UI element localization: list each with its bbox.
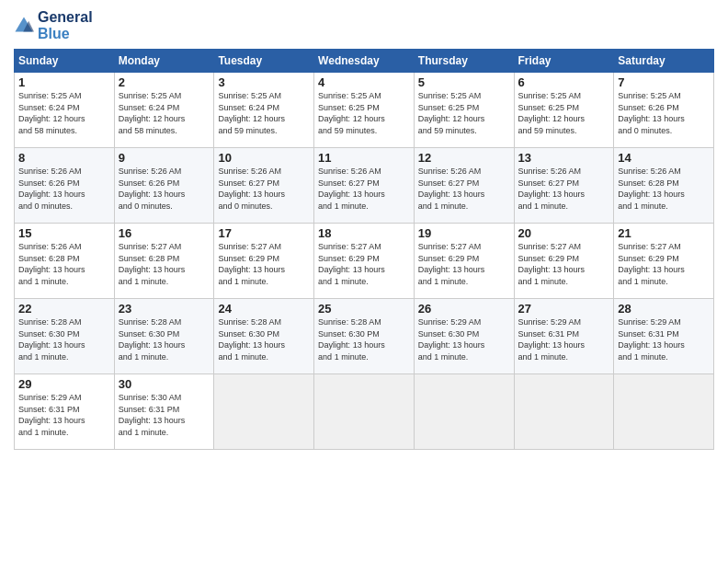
header-row: SundayMondayTuesdayWednesdayThursdayFrid… — [15, 50, 714, 73]
cell-info: Sunrise: 5:29 AM Sunset: 6:31 PM Dayligh… — [618, 316, 710, 362]
day-number: 21 — [618, 226, 710, 240]
logo-text: General Blue — [38, 9, 93, 41]
cell-info: Sunrise: 5:26 AM Sunset: 6:28 PM Dayligh… — [618, 166, 710, 212]
day-number: 6 — [518, 75, 610, 89]
day-number: 30 — [119, 377, 210, 391]
day-header: Tuesday — [214, 50, 314, 73]
day-number: 3 — [218, 75, 310, 89]
calendar-cell: 16Sunrise: 5:27 AM Sunset: 6:28 PM Dayli… — [114, 224, 214, 299]
day-header: Friday — [514, 50, 614, 73]
calendar-cell: 19Sunrise: 5:27 AM Sunset: 6:29 PM Dayli… — [414, 224, 514, 299]
cell-info: Sunrise: 5:25 AM Sunset: 6:25 PM Dayligh… — [318, 90, 410, 136]
calendar-cell: 9Sunrise: 5:26 AM Sunset: 6:26 PM Daylig… — [114, 148, 214, 224]
day-number: 12 — [418, 151, 510, 165]
cell-info: Sunrise: 5:29 AM Sunset: 6:30 PM Dayligh… — [418, 316, 510, 362]
day-header: Saturday — [614, 50, 714, 73]
cell-info: Sunrise: 5:27 AM Sunset: 6:29 PM Dayligh… — [318, 241, 410, 287]
day-number: 23 — [119, 302, 210, 316]
day-header: Thursday — [414, 50, 514, 73]
cell-info: Sunrise: 5:26 AM Sunset: 6:28 PM Dayligh… — [18, 241, 110, 287]
day-number: 17 — [218, 226, 310, 240]
day-number: 1 — [18, 75, 110, 89]
cell-info: Sunrise: 5:29 AM Sunset: 6:31 PM Dayligh… — [18, 392, 110, 438]
logo-icon — [14, 16, 34, 36]
day-header: Sunday — [15, 50, 115, 73]
calendar-cell: 25Sunrise: 5:28 AM Sunset: 6:30 PM Dayli… — [314, 299, 415, 374]
calendar-table: SundayMondayTuesdayWednesdayThursdayFrid… — [14, 49, 714, 450]
day-number: 11 — [318, 151, 410, 165]
day-number: 25 — [318, 302, 410, 316]
day-number: 5 — [418, 75, 510, 89]
cell-info: Sunrise: 5:25 AM Sunset: 6:24 PM Dayligh… — [18, 90, 110, 136]
calendar-cell: 6Sunrise: 5:25 AM Sunset: 6:25 PM Daylig… — [514, 73, 614, 148]
calendar-cell: 7Sunrise: 5:25 AM Sunset: 6:26 PM Daylig… — [614, 73, 714, 148]
cell-info: Sunrise: 5:28 AM Sunset: 6:30 PM Dayligh… — [18, 316, 110, 362]
cell-info: Sunrise: 5:25 AM Sunset: 6:25 PM Dayligh… — [418, 90, 510, 136]
calendar-cell — [414, 374, 514, 450]
calendar-cell: 12Sunrise: 5:26 AM Sunset: 6:27 PM Dayli… — [414, 148, 514, 224]
cell-info: Sunrise: 5:27 AM Sunset: 6:29 PM Dayligh… — [618, 241, 710, 287]
calendar-cell: 24Sunrise: 5:28 AM Sunset: 6:30 PM Dayli… — [214, 299, 314, 374]
calendar-cell: 28Sunrise: 5:29 AM Sunset: 6:31 PM Dayli… — [614, 299, 714, 374]
calendar-cell — [514, 374, 614, 450]
cell-info: Sunrise: 5:26 AM Sunset: 6:27 PM Dayligh… — [518, 166, 610, 212]
day-number: 20 — [518, 226, 610, 240]
calendar-cell: 10Sunrise: 5:26 AM Sunset: 6:27 PM Dayli… — [214, 148, 314, 224]
cell-info: Sunrise: 5:25 AM Sunset: 6:26 PM Dayligh… — [618, 90, 710, 136]
calendar-week-row: 15Sunrise: 5:26 AM Sunset: 6:28 PM Dayli… — [15, 224, 714, 299]
calendar-cell: 27Sunrise: 5:29 AM Sunset: 6:31 PM Dayli… — [514, 299, 614, 374]
day-number: 18 — [318, 226, 410, 240]
calendar-cell: 21Sunrise: 5:27 AM Sunset: 6:29 PM Dayli… — [614, 224, 714, 299]
calendar-cell: 26Sunrise: 5:29 AM Sunset: 6:30 PM Dayli… — [414, 299, 514, 374]
cell-info: Sunrise: 5:26 AM Sunset: 6:26 PM Dayligh… — [119, 166, 210, 212]
day-header: Wednesday — [314, 50, 415, 73]
calendar-cell — [614, 374, 714, 450]
cell-info: Sunrise: 5:28 AM Sunset: 6:30 PM Dayligh… — [318, 316, 410, 362]
calendar-cell: 15Sunrise: 5:26 AM Sunset: 6:28 PM Dayli… — [15, 224, 115, 299]
cell-info: Sunrise: 5:25 AM Sunset: 6:24 PM Dayligh… — [218, 90, 310, 136]
cell-info: Sunrise: 5:27 AM Sunset: 6:29 PM Dayligh… — [518, 241, 610, 287]
calendar-cell: 5Sunrise: 5:25 AM Sunset: 6:25 PM Daylig… — [414, 73, 514, 148]
cell-info: Sunrise: 5:27 AM Sunset: 6:29 PM Dayligh… — [218, 241, 310, 287]
day-number: 15 — [18, 226, 110, 240]
calendar-week-row: 29Sunrise: 5:29 AM Sunset: 6:31 PM Dayli… — [15, 374, 714, 450]
day-number: 16 — [119, 226, 210, 240]
cell-info: Sunrise: 5:28 AM Sunset: 6:30 PM Dayligh… — [119, 316, 210, 362]
calendar-week-row: 8Sunrise: 5:26 AM Sunset: 6:26 PM Daylig… — [15, 148, 714, 224]
cell-info: Sunrise: 5:26 AM Sunset: 6:27 PM Dayligh… — [418, 166, 510, 212]
calendar-cell: 3Sunrise: 5:25 AM Sunset: 6:24 PM Daylig… — [214, 73, 314, 148]
cell-info: Sunrise: 5:27 AM Sunset: 6:28 PM Dayligh… — [119, 241, 210, 287]
cell-info: Sunrise: 5:26 AM Sunset: 6:26 PM Dayligh… — [18, 166, 110, 212]
calendar-cell: 22Sunrise: 5:28 AM Sunset: 6:30 PM Dayli… — [15, 299, 115, 374]
calendar-cell: 20Sunrise: 5:27 AM Sunset: 6:29 PM Dayli… — [514, 224, 614, 299]
calendar-cell: 11Sunrise: 5:26 AM Sunset: 6:27 PM Dayli… — [314, 148, 415, 224]
calendar-cell: 23Sunrise: 5:28 AM Sunset: 6:30 PM Dayli… — [114, 299, 214, 374]
header: General Blue — [14, 9, 714, 41]
cell-info: Sunrise: 5:26 AM Sunset: 6:27 PM Dayligh… — [318, 166, 410, 212]
day-header: Monday — [114, 50, 214, 73]
calendar-cell: 18Sunrise: 5:27 AM Sunset: 6:29 PM Dayli… — [314, 224, 415, 299]
main-container: General Blue SundayMondayTuesdayWednesda… — [0, 0, 728, 563]
day-number: 28 — [618, 302, 710, 316]
calendar-week-row: 22Sunrise: 5:28 AM Sunset: 6:30 PM Dayli… — [15, 299, 714, 374]
cell-info: Sunrise: 5:26 AM Sunset: 6:27 PM Dayligh… — [218, 166, 310, 212]
calendar-cell: 13Sunrise: 5:26 AM Sunset: 6:27 PM Dayli… — [514, 148, 614, 224]
calendar-cell: 29Sunrise: 5:29 AM Sunset: 6:31 PM Dayli… — [15, 374, 115, 450]
day-number: 13 — [518, 151, 610, 165]
calendar-cell: 8Sunrise: 5:26 AM Sunset: 6:26 PM Daylig… — [15, 148, 115, 224]
calendar-week-row: 1Sunrise: 5:25 AM Sunset: 6:24 PM Daylig… — [15, 73, 714, 148]
cell-info: Sunrise: 5:29 AM Sunset: 6:31 PM Dayligh… — [518, 316, 610, 362]
logo: General Blue — [14, 9, 93, 41]
calendar-cell: 4Sunrise: 5:25 AM Sunset: 6:25 PM Daylig… — [314, 73, 415, 148]
day-number: 19 — [418, 226, 510, 240]
day-number: 24 — [218, 302, 310, 316]
cell-info: Sunrise: 5:30 AM Sunset: 6:31 PM Dayligh… — [119, 392, 210, 438]
cell-info: Sunrise: 5:27 AM Sunset: 6:29 PM Dayligh… — [418, 241, 510, 287]
day-number: 22 — [18, 302, 110, 316]
cell-info: Sunrise: 5:25 AM Sunset: 6:25 PM Dayligh… — [518, 90, 610, 136]
day-number: 29 — [18, 377, 110, 391]
day-number: 8 — [18, 151, 110, 165]
calendar-cell — [214, 374, 314, 450]
cell-info: Sunrise: 5:25 AM Sunset: 6:24 PM Dayligh… — [119, 90, 210, 136]
day-number: 9 — [119, 151, 210, 165]
